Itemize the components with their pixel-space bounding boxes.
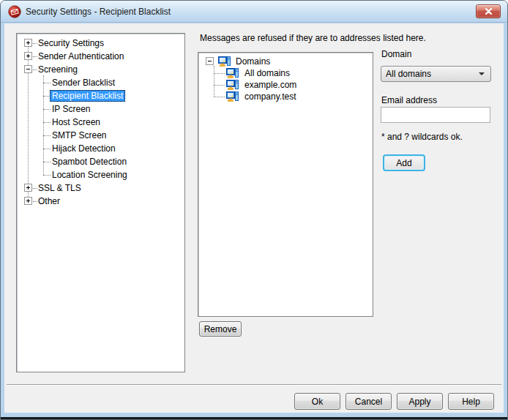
titlebar: Security Settings - Recipient Blacklist [1, 1, 507, 23]
tree-item-spambot-detection[interactable]: Spambot Detection [17, 155, 184, 168]
tree-item-label: Location Screening [50, 169, 130, 181]
tree-item-label: SSL & TLS [36, 182, 83, 194]
remove-button[interactable]: Remove [199, 321, 242, 337]
tree-item-label: Hijack Detection [50, 143, 118, 154]
close-button[interactable] [476, 4, 501, 18]
tree-item-label: IP Screen [50, 103, 92, 115]
domain-select-value: All domains [381, 69, 479, 79]
expander-icon[interactable] [24, 65, 32, 73]
ok-button[interactable]: Ok [294, 393, 340, 410]
footer-separator [7, 384, 501, 386]
chevron-down-icon [479, 72, 485, 75]
computer-icon [218, 56, 231, 67]
tree-item-ip-screen[interactable]: IP Screen [17, 102, 184, 116]
tree-item-sender-authentication[interactable]: Sender Authentication [17, 50, 184, 63]
expander-icon[interactable] [206, 57, 214, 65]
tree-item-label: Host Screen [50, 116, 102, 128]
tree-item-label: Sender Authentication [36, 50, 126, 62]
domain-list-item-domains[interactable]: Domains [198, 56, 373, 67]
settings-tree: Security Settings Sender Authentication … [16, 33, 185, 372]
email-address-label: Email address [381, 95, 437, 105]
tree-item-location-screening[interactable]: Location Screening [17, 168, 184, 181]
tree-branch-line [214, 97, 225, 97]
tree-rows: Security Settings Sender Authentication … [17, 37, 184, 208]
window-title: Security Settings - Recipient Blacklist [26, 7, 171, 17]
domain-item-label: example.com [242, 79, 299, 91]
tree-item-other[interactable]: Other [17, 195, 184, 208]
expander-icon[interactable] [24, 52, 32, 60]
mdaemon-app-icon [8, 5, 21, 18]
computer-icon [226, 80, 239, 90]
domain-list-item-example-com[interactable]: example.com [198, 79, 373, 91]
dialog-window: Security Settings - Recipient Blacklist … [0, 0, 508, 420]
help-button[interactable]: Help [448, 393, 494, 410]
tree-item-security-settings[interactable]: Security Settings [17, 37, 184, 50]
domain-item-label: company.test [242, 91, 298, 102]
tree-item-label: Spambot Detection [50, 156, 129, 168]
tree-branch-line [214, 73, 225, 74]
tree-item-label: Other [36, 195, 62, 207]
tree-item-recipient-blacklist[interactable]: Recipient Blacklist [17, 89, 184, 102]
tree-item-host-screen[interactable]: Host Screen [17, 116, 184, 129]
tree-item-sender-blacklist[interactable]: Sender Blacklist [17, 76, 184, 89]
domain-list-item-all-domains[interactable]: All domains [198, 67, 373, 79]
expander-icon[interactable] [24, 39, 32, 47]
tree-item-label: Security Settings [36, 37, 106, 49]
instruction-text: Messages are refused if they are to addr… [200, 33, 426, 43]
tree-branch-line [214, 85, 225, 86]
computer-icon [226, 68, 239, 78]
tree-item-label: Recipient Blacklist [50, 90, 125, 102]
email-address-input[interactable] [381, 107, 490, 123]
tree-item-hijack-detection[interactable]: Hijack Detection [17, 142, 184, 155]
computer-icon [226, 91, 239, 102]
wildcard-note: * and ? wildcards ok. [381, 132, 463, 142]
cancel-button[interactable]: Cancel [345, 393, 392, 410]
tree-item-ssl-tls[interactable]: SSL & TLS [17, 181, 184, 195]
expander-icon[interactable] [24, 184, 32, 192]
domain-select[interactable]: All domains [381, 66, 491, 82]
tree-item-screening[interactable]: Screening [17, 63, 184, 76]
domain-item-label: All domains [242, 67, 292, 79]
domain-list-rows: Domains All domains [198, 56, 373, 102]
domain-label: Domain [381, 49, 411, 59]
close-icon [485, 8, 493, 15]
tree-item-label: SMTP Screen [50, 130, 108, 141]
tree-item-label: Sender Blacklist [50, 77, 117, 89]
tree-item-smtp-screen[interactable]: SMTP Screen [17, 129, 184, 142]
domain-list-item-company-test[interactable]: company.test [198, 91, 373, 102]
domain-item-label: Domains [234, 56, 272, 67]
expander-icon[interactable] [24, 197, 32, 205]
tree-item-label: Screening [36, 64, 80, 75]
domain-list: Domains All domains [198, 52, 373, 317]
add-button[interactable]: Add [383, 154, 425, 171]
apply-button[interactable]: Apply [397, 393, 443, 410]
